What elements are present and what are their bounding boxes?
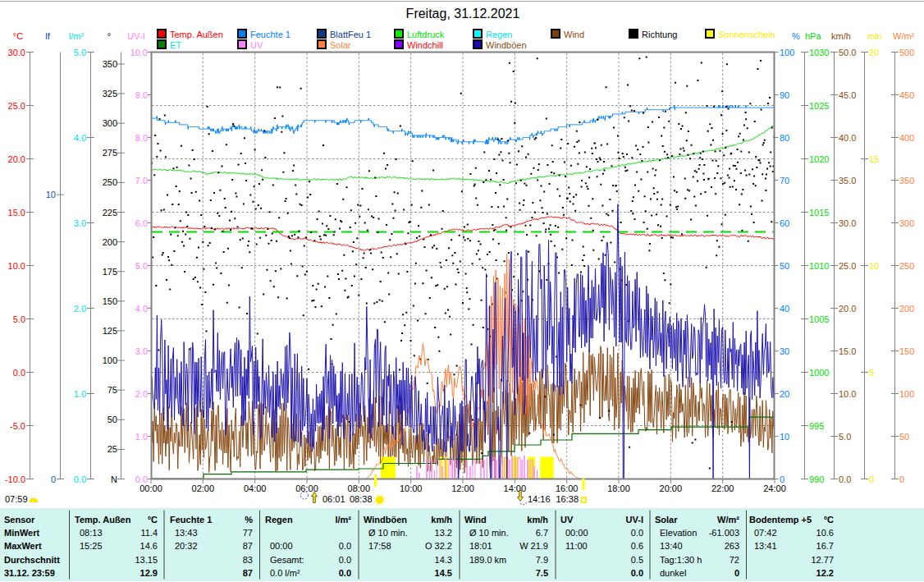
svg-text:13.15: 13.15: [135, 555, 158, 565]
svg-text:°C: °C: [13, 31, 23, 41]
svg-text:0.0: 0.0: [839, 474, 851, 484]
svg-text:Ø 10 min.: Ø 10 min.: [469, 528, 509, 538]
svg-text:Regen: Regen: [265, 515, 293, 525]
svg-text:25: 25: [107, 444, 117, 454]
svg-text:50: 50: [107, 415, 117, 424]
svg-text:-10.0: -10.0: [5, 474, 25, 484]
svg-text:0.5: 0.5: [631, 555, 643, 565]
svg-text:20:00: 20:00: [660, 483, 683, 493]
svg-text:l/m²: l/m²: [335, 515, 351, 525]
svg-text:2.0: 2.0: [135, 389, 148, 399]
svg-text:90: 90: [780, 90, 789, 100]
svg-text:0: 0: [780, 474, 784, 484]
svg-text:Windchill: Windchill: [407, 40, 443, 50]
svg-text:7.0: 7.0: [135, 176, 148, 186]
svg-text:0.0: 0.0: [135, 474, 148, 484]
svg-text:Temp. Außen: Temp. Außen: [75, 515, 131, 525]
svg-text:lf: lf: [45, 31, 50, 41]
svg-text:25.0: 25.0: [839, 261, 856, 271]
svg-text:08:00: 08:00: [348, 483, 371, 493]
svg-text:325: 325: [103, 89, 117, 99]
svg-text:Windböen: Windböen: [364, 515, 407, 525]
svg-text:990: 990: [809, 474, 824, 484]
svg-text:UV: UV: [560, 515, 574, 525]
svg-text:0.0: 0.0: [631, 568, 643, 578]
svg-text:00:00: 00:00: [565, 528, 588, 538]
svg-text:75: 75: [107, 385, 117, 395]
svg-text:100: 100: [899, 389, 914, 399]
svg-text:Solar: Solar: [655, 515, 678, 525]
svg-text:10:00: 10:00: [400, 483, 423, 493]
svg-text:0.0 l/m²: 0.0 l/m²: [270, 568, 300, 578]
svg-text:Temp. Außen: Temp. Außen: [170, 30, 223, 39]
svg-text:l/m²: l/m²: [69, 31, 85, 41]
svg-text:225: 225: [103, 208, 117, 218]
svg-text:40: 40: [780, 304, 789, 314]
svg-text:1.0: 1.0: [135, 432, 148, 442]
svg-text:13:43: 13:43: [175, 528, 198, 538]
svg-text:°C: °C: [148, 515, 158, 525]
svg-text:08:13: 08:13: [80, 528, 103, 538]
svg-text:Richtung: Richtung: [642, 30, 677, 39]
svg-text:30.0: 30.0: [8, 48, 25, 57]
svg-text:O 32.2: O 32.2: [425, 541, 452, 551]
svg-text:2.0: 2.0: [74, 304, 86, 314]
svg-text:0.0: 0.0: [631, 528, 643, 538]
svg-text:1010: 1010: [809, 261, 829, 271]
svg-text:35.0: 35.0: [839, 176, 856, 186]
svg-text:5: 5: [869, 368, 874, 378]
svg-text:Freitag, 31.12.2021: Freitag, 31.12.2021: [406, 7, 520, 21]
svg-text:400: 400: [899, 133, 914, 143]
svg-text:10.0: 10.0: [8, 261, 25, 271]
svg-text:Wind: Wind: [464, 515, 487, 525]
svg-text:min: min: [867, 31, 882, 41]
svg-text:MaxWert: MaxWert: [4, 541, 42, 551]
svg-text:150: 150: [899, 346, 914, 356]
svg-text:500: 500: [899, 48, 914, 57]
svg-text:Wind: Wind: [564, 30, 584, 39]
svg-text:14:16: 14:16: [528, 494, 551, 504]
svg-text:0: 0: [734, 568, 739, 578]
svg-text:10.0: 10.0: [130, 48, 148, 57]
svg-text:1020: 1020: [809, 154, 829, 164]
svg-text:Luftdruck: Luftdruck: [407, 30, 445, 39]
svg-text:Solar: Solar: [330, 40, 351, 50]
svg-text:350: 350: [899, 176, 914, 186]
svg-text:°: °: [107, 31, 111, 41]
svg-text:7.5: 7.5: [536, 568, 548, 578]
svg-text:W/m²: W/m²: [893, 31, 915, 41]
svg-text:13:40: 13:40: [660, 541, 683, 551]
svg-text:17:58: 17:58: [368, 541, 391, 551]
svg-text:W 21.9: W 21.9: [519, 541, 548, 551]
svg-text:83: 83: [243, 555, 253, 565]
svg-text:Sonnenschein: Sonnenschein: [718, 30, 775, 39]
svg-text:4.0: 4.0: [74, 133, 86, 143]
svg-text:15:25: 15:25: [80, 541, 103, 551]
svg-text:07:42: 07:42: [754, 528, 777, 538]
svg-text:12.9: 12.9: [140, 568, 158, 578]
svg-text:189.0 km: 189.0 km: [469, 555, 506, 565]
svg-text:W/m²: W/m²: [717, 515, 739, 525]
svg-text:60: 60: [780, 218, 789, 228]
svg-text:11.4: 11.4: [140, 528, 158, 538]
svg-text:5.0: 5.0: [74, 48, 86, 57]
svg-text:1025: 1025: [809, 101, 829, 111]
svg-text:300: 300: [899, 218, 914, 228]
svg-text:Bodentemp +5: Bodentemp +5: [749, 515, 812, 525]
svg-text:UV-I: UV-I: [626, 515, 643, 525]
svg-text:30: 30: [780, 346, 789, 356]
svg-text:4.0: 4.0: [135, 304, 148, 314]
svg-text:20.0: 20.0: [839, 304, 856, 314]
svg-text:dunkel: dunkel: [660, 568, 686, 578]
svg-text:1015: 1015: [809, 208, 829, 218]
svg-text:Gesamt:: Gesamt:: [270, 555, 304, 565]
svg-text:0.0: 0.0: [339, 568, 351, 578]
svg-text:km/h: km/h: [431, 515, 452, 525]
svg-text:100: 100: [780, 48, 794, 57]
svg-text:10: 10: [780, 432, 789, 442]
svg-text:125: 125: [103, 326, 117, 336]
svg-text:50: 50: [899, 432, 909, 442]
svg-text:200: 200: [103, 237, 117, 247]
svg-text:30.0: 30.0: [839, 218, 856, 228]
svg-text:20: 20: [780, 389, 789, 399]
